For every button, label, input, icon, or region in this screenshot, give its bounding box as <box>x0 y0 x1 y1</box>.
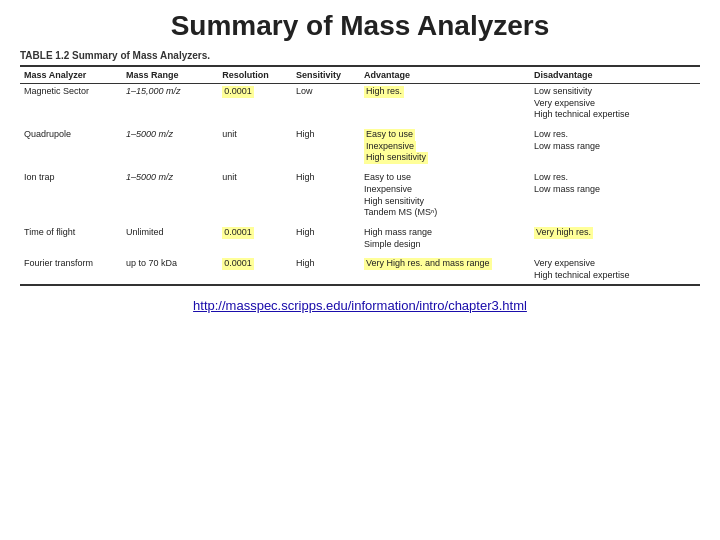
table-row: Quadrupole1–5000 m/zunitHighEasy to useI… <box>20 127 700 166</box>
cell-range: 1–5000 m/z <box>122 170 218 221</box>
cell-analyzer: Fourier transform <box>20 256 122 284</box>
cell-range: up to 70 kDa <box>122 256 218 284</box>
table-row: Time of flightUnlimited0.0001HighHigh ma… <box>20 225 700 252</box>
cell-resolution: unit <box>218 127 292 166</box>
cell-sensitivity: High <box>292 127 360 166</box>
cell-resolution: 0.0001 <box>218 225 292 252</box>
col-header-resolution: Resolution <box>218 66 292 84</box>
table-row: Ion trap1–5000 m/zunitHighEasy to useIne… <box>20 170 700 221</box>
cell-analyzer: Magnetic Sector <box>20 84 122 124</box>
cell-sensitivity: High <box>292 256 360 284</box>
cell-analyzer: Time of flight <box>20 225 122 252</box>
cell-analyzer: Quadrupole <box>20 127 122 166</box>
cell-sensitivity: High <box>292 225 360 252</box>
cell-range: Unlimited <box>122 225 218 252</box>
cell-resolution: 0.0001 <box>218 84 292 124</box>
col-header-sensitivity: Sensitivity <box>292 66 360 84</box>
cell-sensitivity: Low <box>292 84 360 124</box>
table-row: Fourier transformup to 70 kDa0.0001HighV… <box>20 256 700 284</box>
cell-disadvantage: Low res.Low mass range <box>530 127 700 166</box>
cell-range: 1–5000 m/z <box>122 127 218 166</box>
cell-analyzer: Ion trap <box>20 170 122 221</box>
cell-resolution: 0.0001 <box>218 256 292 284</box>
cell-disadvantage: Low res.Low mass range <box>530 170 700 221</box>
cell-advantage: Very High res. and mass range <box>360 256 530 284</box>
col-header-disadvantage: Disadvantage <box>530 66 700 84</box>
reference-link[interactable]: http://masspec.scripps.edu/information/i… <box>193 298 527 313</box>
page-title: Summary of Mass Analyzers <box>20 10 700 42</box>
table-row: Magnetic Sector1–15,000 m/z0.0001LowHigh… <box>20 84 700 124</box>
cell-disadvantage: Very expensiveHigh technical expertise <box>530 256 700 284</box>
mass-analyzers-table: Mass Analyzer Mass Range Resolution Sens… <box>20 65 700 286</box>
cell-disadvantage: Very high res. <box>530 225 700 252</box>
cell-advantage: High res. <box>360 84 530 124</box>
cell-resolution: unit <box>218 170 292 221</box>
cell-range: 1–15,000 m/z <box>122 84 218 124</box>
table-caption: TABLE 1.2 Summary of Mass Analyzers. <box>20 50 700 61</box>
cell-advantage: High mass rangeSimple design <box>360 225 530 252</box>
cell-disadvantage: Low sensitivityVery expensiveHigh techni… <box>530 84 700 124</box>
cell-sensitivity: High <box>292 170 360 221</box>
cell-advantage: Easy to useInexpensiveHigh sensitivityTa… <box>360 170 530 221</box>
col-header-advantage: Advantage <box>360 66 530 84</box>
cell-advantage: Easy to useInexpensiveHigh sensitivity <box>360 127 530 166</box>
col-header-range: Mass Range <box>122 66 218 84</box>
col-header-analyzer: Mass Analyzer <box>20 66 122 84</box>
